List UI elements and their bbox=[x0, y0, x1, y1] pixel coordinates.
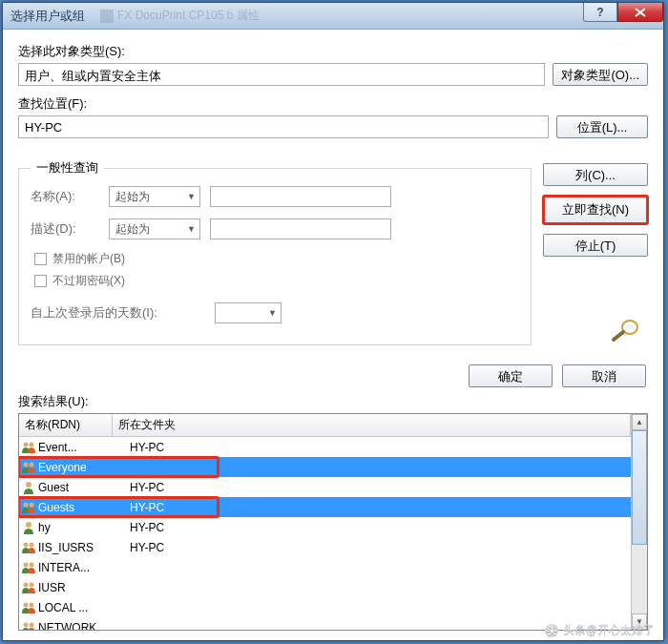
col-folder[interactable]: 所在文件夹 bbox=[113, 414, 631, 436]
disabled-accounts-label: 禁用的帐户(B) bbox=[52, 251, 125, 267]
table-row[interactable]: GuestsHY-PC bbox=[19, 497, 631, 517]
svg-point-5 bbox=[30, 462, 34, 467]
row-folder: HY-PC bbox=[130, 501, 164, 514]
locations-button[interactable]: 位置(L)... bbox=[556, 115, 648, 138]
table-row[interactable]: INTERA... bbox=[19, 557, 631, 577]
table-row[interactable]: hyHY-PC bbox=[19, 517, 631, 537]
svg-point-10 bbox=[24, 542, 29, 547]
group-icon bbox=[21, 440, 36, 455]
svg-point-18 bbox=[24, 622, 29, 627]
desc-combo[interactable]: 起始为▼ bbox=[109, 218, 200, 239]
svg-text:头: 头 bbox=[546, 624, 557, 637]
window-title: 选择用户或组 bbox=[7, 8, 85, 25]
name-label: 名称(A): bbox=[31, 188, 99, 205]
row-name: IUSR bbox=[38, 581, 130, 594]
scroll-up-button[interactable]: ▲ bbox=[632, 414, 647, 430]
row-name: Event... bbox=[38, 441, 130, 454]
group-icon bbox=[21, 460, 36, 475]
group-icon bbox=[21, 600, 36, 615]
object-types-button[interactable]: 对象类型(O)... bbox=[553, 63, 648, 86]
common-queries-group: 一般性查询 名称(A): 起始为▼ 描述(D): 起始为▼ 禁用的帐户(B) 不… bbox=[18, 159, 532, 345]
table-row[interactable]: GuestHY-PC bbox=[19, 477, 631, 497]
group-icon bbox=[21, 580, 36, 595]
help-button[interactable]: ? bbox=[583, 3, 617, 22]
disabled-accounts-checkbox[interactable] bbox=[34, 253, 47, 265]
watermark: 头 头条@开心太难了 bbox=[544, 622, 655, 638]
row-name: NETWORK bbox=[38, 621, 130, 631]
svg-point-12 bbox=[24, 562, 29, 567]
results-listview[interactable]: 名称(RDN) 所在文件夹 Event...HY-PCEveryoneGuest… bbox=[18, 413, 648, 631]
svg-point-17 bbox=[30, 602, 34, 607]
days-label: 自上次登录后的天数(I): bbox=[31, 304, 157, 322]
find-now-button[interactable]: 立即查找(N) bbox=[543, 196, 648, 224]
cancel-button[interactable]: 取消 bbox=[562, 364, 646, 387]
row-name: IIS_IUSRS bbox=[38, 541, 130, 554]
group-icon bbox=[21, 560, 36, 575]
search-icon bbox=[610, 318, 644, 345]
row-name: Everyone bbox=[38, 461, 130, 474]
results-label: 搜索结果(U): bbox=[18, 393, 648, 410]
svg-point-13 bbox=[30, 562, 34, 567]
svg-point-3 bbox=[30, 442, 34, 447]
desc-input[interactable] bbox=[210, 218, 391, 239]
group-icon bbox=[21, 500, 36, 515]
svg-point-11 bbox=[30, 542, 34, 547]
location-label: 查找位置(F): bbox=[18, 95, 648, 113]
object-type-label: 选择此对象类型(S): bbox=[18, 43, 648, 60]
svg-point-19 bbox=[30, 622, 34, 627]
row-name: Guest bbox=[38, 481, 130, 494]
row-name: Guests bbox=[38, 501, 130, 514]
scroll-track[interactable] bbox=[632, 545, 647, 613]
stop-button[interactable]: 停止(T) bbox=[543, 234, 648, 257]
location-value: HY-PC bbox=[18, 115, 549, 138]
group-legend: 一般性查询 bbox=[31, 159, 104, 177]
col-name[interactable]: 名称(RDN) bbox=[19, 414, 113, 436]
ok-button[interactable]: 确定 bbox=[469, 364, 553, 387]
svg-point-7 bbox=[24, 502, 29, 507]
close-button[interactable] bbox=[617, 3, 663, 22]
vertical-scrollbar[interactable]: ▲ ▼ bbox=[631, 414, 647, 630]
user-icon bbox=[21, 520, 36, 535]
desc-label: 描述(D): bbox=[31, 220, 99, 238]
row-folder: HY-PC bbox=[130, 521, 164, 534]
svg-point-15 bbox=[30, 582, 34, 587]
name-combo[interactable]: 起始为▼ bbox=[109, 186, 200, 207]
svg-point-8 bbox=[30, 502, 34, 507]
nonexpiring-pw-checkbox[interactable] bbox=[34, 275, 47, 287]
row-name: INTERA... bbox=[38, 561, 130, 574]
svg-point-2 bbox=[24, 442, 29, 447]
object-type-value: 用户、组或内置安全主体 bbox=[18, 63, 545, 86]
chevron-down-icon: ▼ bbox=[187, 192, 196, 201]
columns-button[interactable]: 列(C)... bbox=[543, 163, 648, 186]
svg-point-1 bbox=[626, 324, 634, 330]
close-icon bbox=[635, 8, 646, 17]
svg-point-6 bbox=[26, 482, 31, 488]
group-icon bbox=[21, 620, 36, 631]
table-row[interactable]: Event...HY-PC bbox=[19, 437, 631, 457]
scroll-thumb[interactable] bbox=[632, 430, 647, 545]
chevron-down-icon: ▼ bbox=[187, 224, 196, 234]
table-row[interactable]: NETWORK bbox=[19, 617, 631, 630]
svg-point-9 bbox=[26, 522, 31, 528]
svg-point-16 bbox=[24, 602, 29, 607]
user-icon bbox=[21, 480, 36, 495]
results-rows: Event...HY-PCEveryoneGuestHY-PCGuestsHY-… bbox=[19, 437, 631, 630]
table-row[interactable]: IIS_IUSRSHY-PC bbox=[19, 537, 631, 557]
window-controls: ? bbox=[583, 3, 663, 22]
row-name: hy bbox=[38, 521, 130, 534]
table-row[interactable]: Everyone bbox=[19, 457, 631, 477]
row-folder: HY-PC bbox=[130, 441, 164, 454]
chevron-down-icon: ▼ bbox=[268, 308, 277, 318]
row-name: LOCAL ... bbox=[38, 601, 130, 614]
table-row[interactable]: LOCAL ... bbox=[19, 597, 631, 617]
svg-point-4 bbox=[24, 462, 29, 467]
background-hint: FX DocuPrint CP105 b 属性 bbox=[100, 8, 260, 24]
dialog-content: 选择此对象类型(S): 用户、组或内置安全主体 对象类型(O)... 查找位置(… bbox=[3, 30, 663, 640]
days-combo[interactable]: ▼ bbox=[215, 302, 282, 323]
titlebar[interactable]: 选择用户或组 FX DocuPrint CP105 b 属性 ? bbox=[3, 3, 663, 30]
watermark-icon: 头 bbox=[544, 623, 559, 638]
name-input[interactable] bbox=[210, 186, 391, 207]
table-row[interactable]: IUSR bbox=[19, 577, 631, 597]
row-folder: HY-PC bbox=[130, 481, 164, 494]
column-headers[interactable]: 名称(RDN) 所在文件夹 bbox=[19, 414, 631, 437]
